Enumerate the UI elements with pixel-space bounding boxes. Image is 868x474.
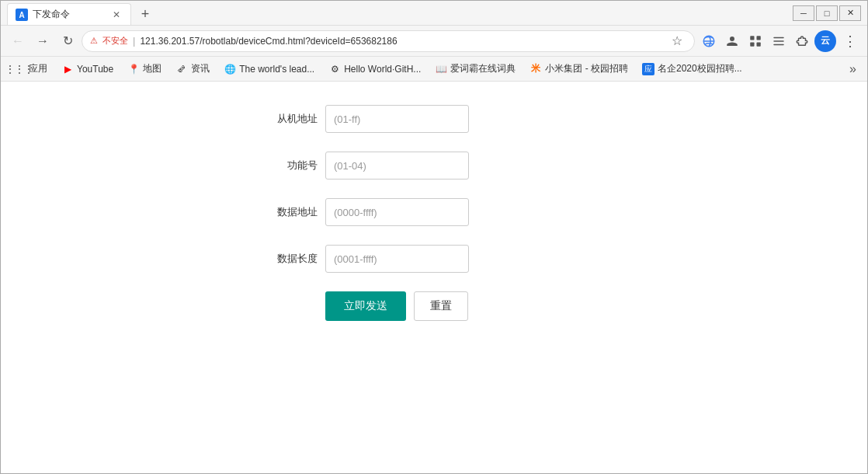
svg-rect-6 bbox=[757, 42, 761, 46]
puzzle-icon-button[interactable] bbox=[791, 30, 813, 52]
address-bar[interactable]: ⚠ 不安全 | 121.36.201.57/robotlab/deviceCmd… bbox=[82, 30, 695, 52]
tab-title: 下发命令 bbox=[33, 8, 106, 21]
restore-button[interactable]: □ bbox=[816, 5, 838, 21]
tab-area: A 下发命令 ✕ + bbox=[7, 1, 793, 25]
theworld-icon: 🌐 bbox=[224, 63, 236, 75]
from-addr-input[interactable] bbox=[325, 105, 469, 133]
bookmark-maps[interactable]: 📍 地图 bbox=[121, 60, 168, 78]
github-icon: ⚙ bbox=[328, 63, 341, 75]
reset-button[interactable]: 重置 bbox=[414, 291, 468, 321]
new-tab-button[interactable]: + bbox=[134, 3, 156, 25]
button-row: 立即发送 重置 bbox=[271, 291, 597, 321]
page-content: 从机地址 功能号 数据地址 数据长度 立即发送 重置 bbox=[1, 82, 867, 473]
extension-icon-button[interactable] bbox=[745, 30, 766, 52]
svg-rect-4 bbox=[757, 36, 761, 40]
bookmark-star-button[interactable]: ☆ bbox=[668, 32, 686, 51]
back-button[interactable]: ← bbox=[7, 30, 29, 52]
chrome-menu-button[interactable]: ⋮ bbox=[839, 30, 861, 52]
func-num-row: 功能号 bbox=[271, 152, 597, 179]
bookmark-dict-label: 爱词霸在线词典 bbox=[450, 62, 516, 75]
bookmark-dict[interactable]: 📖 爱词霸在线词典 bbox=[429, 60, 522, 78]
news-icon: 🗞 bbox=[175, 63, 188, 75]
close-button[interactable]: ✕ bbox=[839, 5, 861, 21]
apps-icon: ⋮⋮⋮ bbox=[13, 63, 26, 75]
browser-window: A 下发命令 ✕ + ─ □ ✕ ← → ↻ ⚠ 不安全 | 121.36.20… bbox=[0, 0, 868, 474]
forward-button[interactable]: → bbox=[32, 30, 54, 52]
form-container: 从机地址 功能号 数据地址 数据长度 立即发送 重置 bbox=[240, 82, 628, 473]
bookmark-youtube-label: YouTube bbox=[77, 64, 113, 75]
bookmark-apps[interactable]: ⋮⋮⋮ 应用 bbox=[7, 60, 54, 78]
data-len-label: 数据长度 bbox=[271, 252, 318, 266]
refresh-button[interactable]: ↻ bbox=[57, 30, 78, 52]
bookmark-news-label: 资讯 bbox=[191, 62, 210, 75]
data-len-row: 数据长度 bbox=[271, 245, 597, 273]
account-icon-button[interactable] bbox=[721, 30, 743, 52]
bookmark-news[interactable]: 🗞 资讯 bbox=[169, 60, 216, 78]
data-len-input[interactable] bbox=[325, 245, 469, 273]
window-controls: ─ □ ✕ bbox=[793, 5, 861, 21]
svg-text:A: A bbox=[19, 11, 24, 19]
func-num-label: 功能号 bbox=[271, 159, 318, 173]
minimize-button[interactable]: ─ bbox=[793, 5, 814, 21]
active-tab[interactable]: A 下发命令 ✕ bbox=[7, 3, 131, 25]
insecure-label: 不安全 bbox=[102, 35, 128, 47]
bookmark-youtube[interactable]: ▶ YouTube bbox=[55, 60, 120, 78]
address-separator: | bbox=[133, 35, 135, 47]
bookmark-maps-label: 地图 bbox=[143, 62, 161, 75]
tab-favicon: A bbox=[16, 9, 28, 21]
insecure-icon: ⚠ bbox=[90, 36, 98, 46]
svg-rect-5 bbox=[750, 42, 754, 46]
titlebar: A 下发命令 ✕ + ─ □ ✕ bbox=[1, 1, 867, 26]
from-addr-label: 从机地址 bbox=[271, 112, 318, 126]
func-num-input[interactable] bbox=[325, 152, 469, 179]
bookmark-jobs-label: 名企2020校园招聘... bbox=[658, 62, 742, 75]
maps-icon: 📍 bbox=[127, 63, 140, 75]
tab-close-button[interactable]: ✕ bbox=[110, 9, 123, 21]
data-addr-row: 数据地址 bbox=[271, 198, 597, 226]
bookmarks-bar: ⋮⋮⋮ 应用 ▶ YouTube 📍 地图 🗞 资讯 🌐 The world's… bbox=[1, 57, 867, 82]
xiaomi-icon: 米 bbox=[529, 63, 542, 75]
send-button[interactable]: 立即发送 bbox=[325, 291, 406, 321]
bookmark-xiaomi-label: 小米集团 - 校园招聘 bbox=[545, 62, 628, 75]
data-addr-label: 数据地址 bbox=[271, 205, 318, 219]
svg-rect-3 bbox=[750, 36, 754, 40]
address-url: 121.36.201.57/robotlab/deviceCmd.html?de… bbox=[140, 36, 663, 47]
globe-icon-button[interactable] bbox=[698, 30, 720, 52]
bookmark-jobs[interactable]: 应 名企2020校园招聘... bbox=[636, 60, 748, 78]
bookmark-github[interactable]: ⚙ Hello World·GitH... bbox=[322, 60, 427, 78]
from-addr-row: 从机地址 bbox=[271, 105, 597, 133]
bookmark-xiaomi[interactable]: 米 小米集团 - 校园招聘 bbox=[523, 60, 634, 78]
bookmark-theworld[interactable]: 🌐 The world's lead... bbox=[217, 60, 321, 78]
navbar: ← → ↻ ⚠ 不安全 | 121.36.201.57/robotlab/dev… bbox=[1, 26, 867, 57]
profile-button[interactable]: 云 bbox=[814, 30, 836, 52]
nav-icons: 云 bbox=[698, 30, 836, 52]
bookmark-apps-label: 应用 bbox=[29, 62, 47, 75]
youtube-icon: ▶ bbox=[61, 63, 74, 75]
extra-icon-button[interactable] bbox=[768, 30, 790, 52]
bookmark-theworld-label: The world's lead... bbox=[239, 64, 314, 75]
bookmark-github-label: Hello World·GitH... bbox=[344, 64, 421, 75]
dict-icon: 📖 bbox=[435, 63, 447, 75]
data-addr-input[interactable] bbox=[325, 198, 469, 226]
bookmarks-more-button[interactable]: » bbox=[845, 60, 861, 78]
jobs-icon: 应 bbox=[642, 63, 654, 75]
